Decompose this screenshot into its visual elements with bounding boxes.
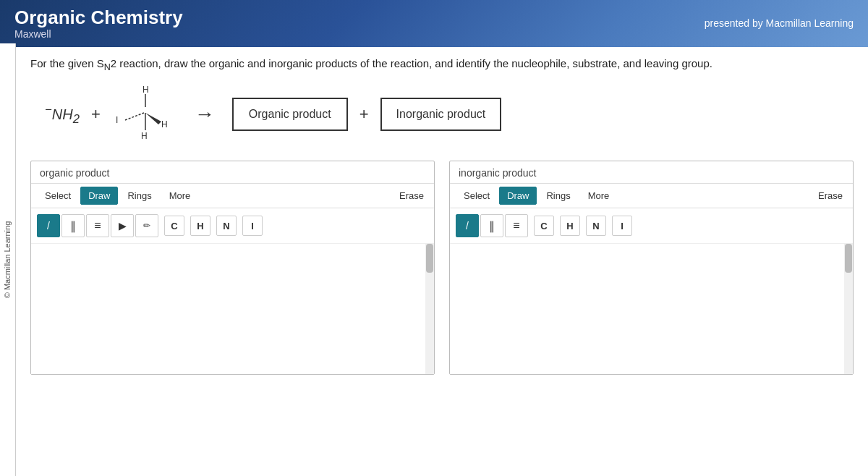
plus-sign-2: + bbox=[359, 105, 369, 124]
organic-atom-C[interactable]: C bbox=[164, 216, 184, 236]
organic-arrow-btn[interactable]: ▶ bbox=[111, 214, 134, 237]
header-left: Organic Chemistry Maxwell bbox=[14, 7, 183, 40]
reagent-nh2: −NH2 bbox=[45, 103, 80, 127]
svg-text:H: H bbox=[142, 85, 149, 95]
inorganic-panel-title: inorganic product bbox=[450, 161, 853, 183]
sidebar: © Macmillan Learning bbox=[0, 43, 16, 476]
inorganic-triple-bond-btn[interactable]: ≡ bbox=[505, 214, 528, 237]
plus-sign-1: + bbox=[91, 105, 101, 124]
organic-atom-I[interactable]: I bbox=[242, 216, 263, 236]
inorganic-product-label: Inorganic product bbox=[396, 108, 486, 120]
header: Organic Chemistry Maxwell presented by M… bbox=[0, 0, 868, 47]
inorganic-drawing-canvas[interactable] bbox=[450, 244, 853, 374]
inorganic-panel-toolbar: Select Draw Rings More Erase bbox=[450, 183, 853, 208]
molecule-structure: H I H H bbox=[112, 85, 177, 143]
panels-row: organic product Select Draw Rings More E… bbox=[30, 161, 854, 375]
organic-panel-title: organic product bbox=[31, 161, 434, 183]
svg-text:H: H bbox=[161, 119, 168, 129]
organic-draw-button[interactable]: Draw bbox=[80, 187, 118, 205]
reaction-arrow: → bbox=[195, 103, 215, 126]
inorganic-single-bond-btn[interactable]: / bbox=[456, 214, 479, 237]
inorganic-panel: inorganic product Select Draw Rings More… bbox=[449, 161, 854, 375]
organic-panel: organic product Select Draw Rings More E… bbox=[30, 161, 435, 375]
inorganic-atom-H[interactable]: H bbox=[560, 216, 580, 236]
svg-marker-4 bbox=[145, 113, 161, 124]
organic-atom-N[interactable]: N bbox=[216, 216, 237, 236]
inorganic-drawing-icons: / ∥ ≡ C H N I bbox=[450, 208, 853, 244]
presented-by: presented by Macmillan Learning bbox=[705, 17, 854, 29]
organic-product-box: Organic product bbox=[232, 98, 348, 131]
organic-select-button[interactable]: Select bbox=[37, 187, 79, 205]
organic-scrollbar-track bbox=[425, 244, 434, 374]
inorganic-scrollbar-thumb[interactable] bbox=[845, 244, 852, 273]
organic-double-bond-btn[interactable]: ∥ bbox=[61, 214, 85, 237]
inorganic-draw-button[interactable]: Draw bbox=[499, 187, 537, 205]
sidebar-label-text: © Macmillan Learning bbox=[4, 221, 12, 299]
organic-drawing-icons: / ∥ ≡ ▶ ✏ C H N I bbox=[31, 208, 434, 244]
organic-scrollbar-thumb[interactable] bbox=[426, 244, 433, 273]
inorganic-product-box: Inorganic product bbox=[380, 98, 502, 131]
molecule-svg: H I H H bbox=[112, 85, 177, 143]
organic-atom-H[interactable]: H bbox=[190, 216, 210, 236]
organic-rings-button[interactable]: Rings bbox=[119, 187, 159, 205]
app-subtitle: Maxwell bbox=[14, 28, 183, 40]
organic-more-button[interactable]: More bbox=[161, 187, 199, 205]
inorganic-erase-button[interactable]: Erase bbox=[814, 187, 847, 204]
inorganic-select-button[interactable]: Select bbox=[456, 187, 498, 205]
organic-panel-toolbar: Select Draw Rings More Erase bbox=[31, 183, 434, 208]
inorganic-atom-I[interactable]: I bbox=[612, 216, 632, 236]
inorganic-double-bond-btn[interactable]: ∥ bbox=[480, 214, 503, 237]
organic-product-label: Organic product bbox=[249, 108, 331, 120]
inorganic-scrollbar-track bbox=[844, 244, 853, 374]
organic-wedge-btn[interactable]: ✏ bbox=[135, 214, 158, 237]
inorganic-atom-N[interactable]: N bbox=[586, 216, 606, 236]
organic-single-bond-btn[interactable]: / bbox=[37, 214, 60, 237]
app-title: Organic Chemistry bbox=[14, 7, 183, 28]
svg-text:I: I bbox=[116, 115, 118, 125]
organic-drawing-canvas[interactable] bbox=[31, 244, 434, 374]
question-text: For the given SN2 reaction, draw the org… bbox=[30, 56, 854, 75]
svg-text:H: H bbox=[141, 131, 148, 141]
inorganic-atom-C[interactable]: C bbox=[534, 216, 554, 236]
organic-erase-button[interactable]: Erase bbox=[395, 187, 428, 204]
svg-line-3 bbox=[125, 113, 144, 120]
main-content: For the given SN2 reaction, draw the org… bbox=[16, 47, 868, 384]
inorganic-more-button[interactable]: More bbox=[580, 187, 618, 205]
inorganic-rings-button[interactable]: Rings bbox=[538, 187, 578, 205]
organic-triple-bond-btn[interactable]: ≡ bbox=[86, 214, 109, 237]
reaction-area: −NH2 + H I H H bbox=[30, 85, 854, 143]
